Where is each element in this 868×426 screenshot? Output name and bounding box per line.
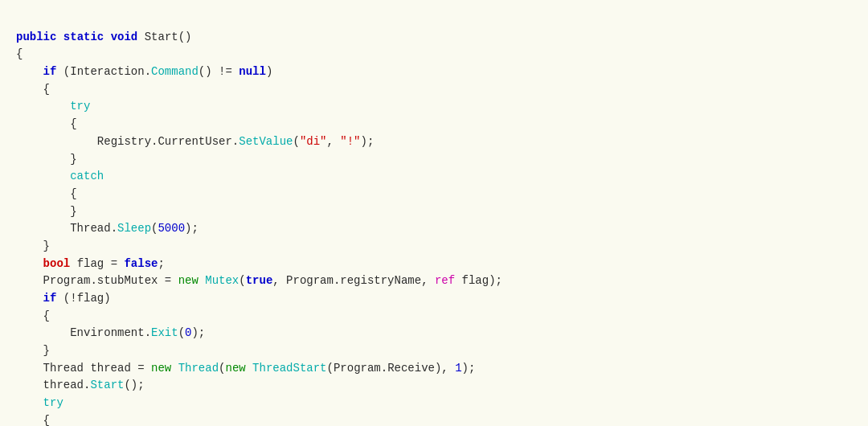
code-editor: public static void Start() { if (Interac… (0, 6, 868, 426)
line-18: Environment.Exit(0); (16, 326, 205, 339)
line-10: { (16, 187, 77, 200)
line-9: catch (16, 170, 104, 182)
line-4: { (16, 83, 50, 96)
line-11: } (16, 205, 77, 218)
line-2: { (16, 47, 23, 60)
line-14: bool flag = false; (16, 257, 165, 270)
line-1: public static void Start() (16, 31, 191, 43)
line-15: Program.stubMutex = new Mutex(true, Prog… (16, 274, 502, 287)
line-16: if (!flag) (16, 292, 111, 305)
line-19: } (16, 344, 50, 357)
line-8: } (16, 153, 77, 166)
line-22: try (16, 396, 63, 409)
line-23: { (16, 414, 50, 426)
line-3: if (Interaction.Command() != null) (16, 65, 272, 78)
line-20: Thread thread = new Thread(new ThreadSta… (16, 362, 475, 375)
line-7: Registry.CurrentUser.SetValue("di", "!")… (16, 135, 374, 148)
line-17: { (16, 309, 50, 322)
line-5: try (16, 100, 90, 113)
line-21: thread.Start(); (16, 379, 145, 391)
line-6: { (16, 117, 77, 130)
line-13: } (16, 240, 50, 252)
line-12: Thread.Sleep(5000); (16, 222, 199, 235)
